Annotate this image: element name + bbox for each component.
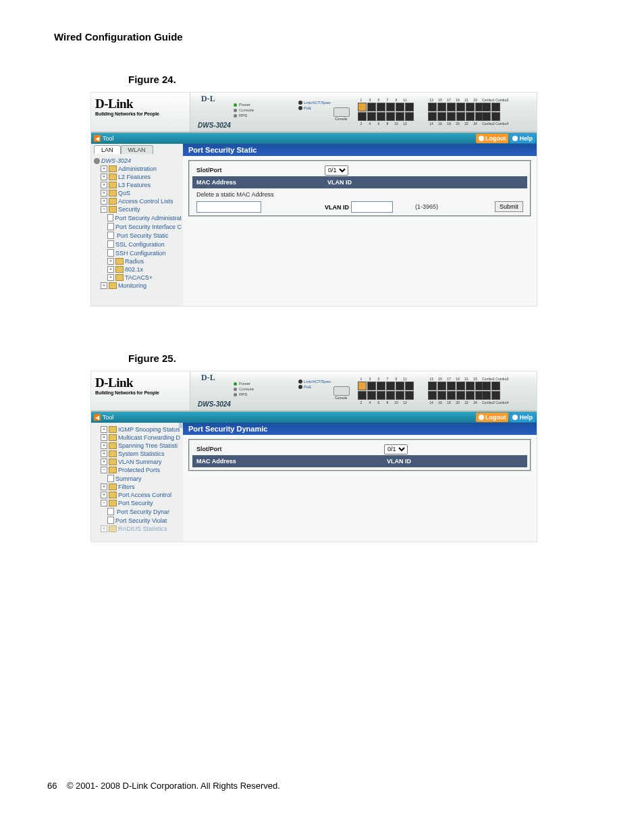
tree-port-security[interactable]: −Port Security bbox=[94, 499, 182, 507]
console-port-label: Console bbox=[335, 396, 347, 400]
tree-vlan-summary[interactable]: +VLAN Summary bbox=[94, 458, 182, 466]
tree-security[interactable]: −Security bbox=[94, 205, 182, 213]
linkact-label: Link/ACT/Spec bbox=[298, 101, 331, 105]
page-number: 66 bbox=[47, 781, 57, 791]
tree-acl[interactable]: +Access Control Lists bbox=[94, 197, 182, 205]
tree-port-security-interface[interactable]: Port Security Interface C bbox=[94, 222, 182, 231]
tree-radius-stats[interactable]: +RADIUS Statistics bbox=[94, 525, 182, 533]
expand-icon[interactable]: + bbox=[101, 198, 107, 205]
port-block-2: 131517192123 141618202224 bbox=[428, 98, 484, 126]
folder-icon bbox=[115, 266, 124, 273]
tool-arrow-icon: ◀ bbox=[94, 414, 101, 421]
scrollbar-icon[interactable] bbox=[179, 423, 183, 428]
collapse-icon[interactable]: − bbox=[101, 467, 107, 473]
tab-lan[interactable]: LAN bbox=[94, 145, 121, 154]
expand-icon[interactable]: + bbox=[101, 434, 107, 441]
tree-port-security-dynamic[interactable]: Port Security Dynar bbox=[94, 507, 182, 516]
slotport-select[interactable]: 0/1 bbox=[384, 444, 408, 454]
doc-icon bbox=[107, 214, 113, 221]
expand-icon[interactable]: + bbox=[101, 190, 107, 197]
device-top-label: D-L bbox=[201, 94, 215, 104]
tree-tacacs[interactable]: +TACACS+ bbox=[94, 273, 182, 282]
tree-protected-ports[interactable]: −Protected Ports bbox=[94, 466, 182, 474]
tool-menu[interactable]: ◀ Tool bbox=[91, 414, 114, 421]
help-button[interactable]: Help bbox=[510, 413, 535, 422]
status-leds: Power Console RPS bbox=[234, 381, 254, 397]
panel-title: Port Security Dynamic bbox=[183, 423, 537, 435]
expand-icon[interactable]: + bbox=[101, 182, 107, 188]
brand-tagline: Building Networks for People bbox=[95, 111, 187, 116]
tree-root[interactable]: DWS-3024 bbox=[94, 157, 182, 165]
port-block-1: 1357911 24681012 bbox=[358, 98, 414, 126]
help-button[interactable]: Help bbox=[510, 134, 535, 143]
tree-ssl-config[interactable]: SSL Configuration bbox=[94, 240, 182, 249]
tree-administration[interactable]: +Administration bbox=[94, 165, 182, 173]
console-port-icon bbox=[333, 386, 350, 396]
device-image: D-L DWS-3024 Power Console RPS Link/ACT/… bbox=[190, 371, 537, 411]
tree-port-security-violation[interactable]: Port Security Violat bbox=[94, 516, 182, 525]
collapse-icon[interactable]: − bbox=[101, 500, 107, 506]
folder-icon bbox=[109, 165, 117, 172]
folder-icon bbox=[109, 174, 117, 180]
panel-title: Port Security Static bbox=[183, 144, 537, 156]
console-port-icon bbox=[333, 107, 350, 117]
expand-icon[interactable]: + bbox=[101, 165, 107, 172]
tree-l3-features[interactable]: +L3 Features bbox=[94, 181, 182, 189]
expand-icon[interactable]: + bbox=[107, 258, 114, 265]
page-footer: 66 © 2001- 2008 D-Link Corporation. All … bbox=[47, 781, 280, 791]
submit-button[interactable]: Submit bbox=[495, 201, 523, 212]
logout-button[interactable]: Logout bbox=[476, 134, 509, 143]
port-block-2: 131517192123 141618202224 bbox=[428, 377, 484, 405]
tree-pp-summary[interactable]: Summary bbox=[94, 474, 182, 483]
collapse-icon[interactable]: − bbox=[101, 206, 107, 213]
expand-icon[interactable]: + bbox=[101, 426, 107, 433]
expand-icon[interactable]: + bbox=[101, 282, 107, 289]
tree-multicast-fwd[interactable]: +Multicast Forwarding D bbox=[94, 434, 182, 442]
tree-igmp-snooping[interactable]: +IGMP Snooping Status bbox=[94, 425, 182, 434]
expand-icon[interactable]: + bbox=[101, 459, 107, 465]
tool-label: Tool bbox=[103, 414, 114, 421]
brand-logo: D-Link bbox=[95, 97, 187, 111]
expand-icon[interactable]: + bbox=[107, 266, 114, 273]
tool-menu[interactable]: ◀ Tool bbox=[91, 135, 114, 142]
tab-wlan[interactable]: WLAN bbox=[121, 145, 153, 154]
brand-block: D-Link Building Networks for People bbox=[91, 93, 190, 132]
brand-block: D-Link Building Networks for People bbox=[91, 371, 190, 411]
screenshot-fig24: D-Link Building Networks for People D-L … bbox=[90, 92, 537, 307]
device-model: DWS-3024 bbox=[198, 122, 231, 129]
expand-icon[interactable]: + bbox=[101, 492, 107, 498]
expand-icon[interactable]: + bbox=[107, 274, 114, 281]
help-icon bbox=[512, 136, 518, 141]
vlan-input[interactable] bbox=[351, 201, 393, 213]
mac-input[interactable] bbox=[196, 201, 261, 213]
poe-label: PoE bbox=[298, 106, 311, 110]
tree-port-security-admin[interactable]: Port Security Administrat bbox=[94, 213, 182, 222]
folder-icon bbox=[109, 426, 117, 433]
expand-icon[interactable]: + bbox=[101, 450, 107, 457]
expand-icon[interactable]: + bbox=[101, 525, 107, 532]
expand-icon[interactable]: + bbox=[101, 484, 107, 490]
doc-icon bbox=[107, 240, 114, 248]
expand-icon[interactable]: + bbox=[101, 442, 107, 449]
tree-qos[interactable]: +QoS bbox=[94, 189, 182, 197]
tree-port-access-control[interactable]: +Port Access Control bbox=[94, 491, 182, 499]
tree-ssh-config[interactable]: SSH Configuration bbox=[94, 249, 182, 257]
expand-icon[interactable]: + bbox=[101, 174, 107, 180]
tree-radius[interactable]: +Radius bbox=[94, 257, 182, 265]
tree-monitoring[interactable]: +Monitoring bbox=[94, 282, 182, 290]
folder-icon bbox=[109, 484, 117, 490]
slotport-select[interactable]: 0/1 bbox=[325, 165, 348, 176]
tree-port-security-static[interactable]: Port Security Static bbox=[94, 231, 182, 240]
tree-stp-stats[interactable]: +Spanning Tree Statisti bbox=[94, 442, 182, 450]
poe-icon bbox=[298, 106, 302, 110]
led-rps-icon bbox=[234, 393, 237, 396]
tree-8021x[interactable]: +802.1x bbox=[94, 265, 182, 273]
delete-mac-label: Delete a static MAC Address bbox=[192, 191, 325, 198]
logout-button[interactable]: Logout bbox=[476, 413, 509, 422]
tree-system-stats[interactable]: +System Statistics bbox=[94, 450, 182, 458]
doc-icon bbox=[107, 223, 114, 230]
tree-filters[interactable]: +Filters bbox=[94, 483, 182, 491]
tree-l2-features[interactable]: +L2 Features bbox=[94, 173, 182, 181]
sidebar: +IGMP Snooping Status +Multicast Forward… bbox=[91, 423, 183, 542]
linkact-icon bbox=[298, 380, 302, 384]
